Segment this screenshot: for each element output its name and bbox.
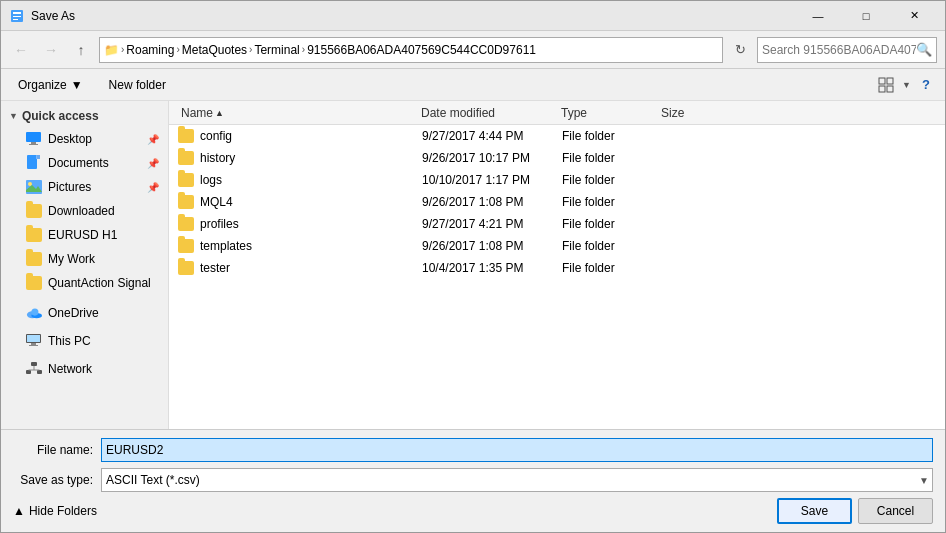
help-button[interactable]: ? bbox=[915, 74, 937, 96]
sidebar-item-documents[interactable]: Documents 📌 bbox=[1, 151, 168, 175]
file-date: 9/26/2017 1:08 PM bbox=[418, 239, 558, 253]
view-icon bbox=[878, 77, 894, 93]
back-button[interactable]: ← bbox=[9, 38, 33, 62]
documents-icon bbox=[26, 155, 42, 171]
search-icon: 🔍 bbox=[916, 42, 932, 57]
svg-point-18 bbox=[31, 309, 38, 316]
folder-icon bbox=[178, 129, 194, 143]
file-date: 9/27/2017 4:44 PM bbox=[418, 129, 558, 143]
col-header-size[interactable]: Size bbox=[657, 106, 737, 120]
folder-icon bbox=[178, 195, 194, 209]
quick-access-header[interactable]: ▼ Quick access bbox=[1, 105, 168, 127]
hide-folders-label: Hide Folders bbox=[29, 504, 97, 518]
file-name: profiles bbox=[200, 217, 239, 231]
downloaded-label: Downloaded bbox=[48, 204, 115, 218]
chevron-down-icon: ▼ bbox=[9, 111, 18, 121]
sidebar-item-pictures[interactable]: Pictures 📌 bbox=[1, 175, 168, 199]
file-type: File folder bbox=[558, 151, 658, 165]
network-icon bbox=[26, 361, 42, 377]
savetype-wrapper: ASCII Text (*.csv) ▼ bbox=[101, 468, 933, 492]
filename-input[interactable] bbox=[101, 438, 933, 462]
window-controls: — □ ✕ bbox=[795, 2, 937, 30]
title-bar: Save As — □ ✕ bbox=[1, 1, 945, 31]
folder-icon bbox=[178, 151, 194, 165]
svg-rect-4 bbox=[879, 78, 885, 84]
file-type: File folder bbox=[558, 217, 658, 231]
folder-icon bbox=[178, 239, 194, 253]
pin-icon-pics: 📌 bbox=[147, 182, 159, 193]
forward-button[interactable]: → bbox=[39, 38, 63, 62]
onedrive-icon bbox=[26, 305, 42, 321]
svg-rect-25 bbox=[37, 370, 42, 374]
file-list-area: Name ▲ Date modified Type Size bbox=[169, 101, 945, 429]
svg-rect-20 bbox=[27, 335, 40, 342]
pin-icon-docs: 📌 bbox=[147, 158, 159, 169]
sidebar-item-downloaded[interactable]: Downloaded bbox=[1, 199, 168, 223]
svg-rect-9 bbox=[31, 142, 36, 144]
up-button[interactable]: ↑ bbox=[69, 38, 93, 62]
search-input[interactable] bbox=[762, 43, 916, 57]
file-date: 9/26/2017 1:08 PM bbox=[418, 195, 558, 209]
onedrive-label: OneDrive bbox=[48, 306, 99, 320]
col-header-date[interactable]: Date modified bbox=[417, 106, 557, 120]
minimize-button[interactable]: — bbox=[795, 2, 841, 30]
organize-button[interactable]: Organize ▼ bbox=[9, 73, 92, 97]
file-row-profiles[interactable]: profiles 9/27/2017 4:21 PM File folder bbox=[169, 213, 945, 235]
breadcrumb-roaming: Roaming bbox=[126, 43, 174, 57]
dialog-icon bbox=[9, 8, 25, 24]
view-button[interactable] bbox=[874, 73, 898, 97]
folder-icon bbox=[178, 217, 194, 231]
address-bar[interactable]: 📁 › Roaming › MetaQuotes › Terminal › 91… bbox=[99, 37, 723, 63]
svg-rect-12 bbox=[37, 155, 40, 159]
svg-rect-2 bbox=[13, 16, 21, 17]
sidebar-item-network[interactable]: Network bbox=[1, 357, 168, 381]
file-row-mql4[interactable]: MQL4 9/26/2017 1:08 PM File folder bbox=[169, 191, 945, 213]
sidebar-item-desktop[interactable]: Desktop 📌 bbox=[1, 127, 168, 151]
sidebar-item-mywork[interactable]: My Work bbox=[1, 247, 168, 271]
file-row-tester[interactable]: tester 10/4/2017 1:35 PM File folder bbox=[169, 257, 945, 279]
sidebar-item-onedrive[interactable]: OneDrive bbox=[1, 301, 168, 325]
file-name: templates bbox=[200, 239, 252, 253]
svg-rect-1 bbox=[13, 12, 21, 14]
pictures-label: Pictures bbox=[48, 180, 91, 194]
folder-icon bbox=[178, 173, 194, 187]
sidebar-item-eurusd[interactable]: EURUSD H1 bbox=[1, 223, 168, 247]
hide-folders-button[interactable]: ▲ Hide Folders bbox=[13, 504, 97, 518]
file-type: File folder bbox=[558, 173, 658, 187]
desktop-icon bbox=[26, 131, 42, 147]
desktop-label: Desktop bbox=[48, 132, 92, 146]
thispc-icon bbox=[26, 333, 42, 349]
file-name: config bbox=[200, 129, 232, 143]
savetype-select[interactable]: ASCII Text (*.csv) bbox=[101, 468, 933, 492]
cancel-button[interactable]: Cancel bbox=[858, 498, 933, 524]
col-header-name[interactable]: Name ▲ bbox=[177, 106, 417, 120]
sidebar-item-quantaction[interactable]: QuantAction Signal bbox=[1, 271, 168, 295]
svg-rect-6 bbox=[879, 86, 885, 92]
file-row-history[interactable]: history 9/26/2017 10:17 PM File folder bbox=[169, 147, 945, 169]
search-box[interactable]: 🔍 bbox=[757, 37, 937, 63]
file-row-config[interactable]: config 9/27/2017 4:44 PM File folder bbox=[169, 125, 945, 147]
col-header-type[interactable]: Type bbox=[557, 106, 657, 120]
pin-icon: 📌 bbox=[147, 134, 159, 145]
eurusd-label: EURUSD H1 bbox=[48, 228, 117, 242]
file-row-templates[interactable]: templates 9/26/2017 1:08 PM File folder bbox=[169, 235, 945, 257]
quantaction-folder-icon bbox=[26, 275, 42, 291]
view-dropdown-arrow: ▼ bbox=[902, 80, 911, 90]
svg-rect-3 bbox=[13, 19, 18, 20]
file-type: File folder bbox=[558, 261, 658, 275]
file-name: tester bbox=[200, 261, 230, 275]
savetype-label: Save as type: bbox=[13, 473, 93, 487]
address-toolbar: ← → ↑ 📁 › Roaming › MetaQuotes › Termina… bbox=[1, 31, 945, 69]
svg-rect-21 bbox=[31, 343, 36, 345]
quantaction-label: QuantAction Signal bbox=[48, 276, 151, 290]
svg-rect-24 bbox=[26, 370, 31, 374]
maximize-button[interactable]: □ bbox=[843, 2, 889, 30]
breadcrumb-segment: 📁 bbox=[104, 43, 119, 57]
new-folder-button[interactable]: New folder bbox=[100, 73, 175, 97]
savetype-row: Save as type: ASCII Text (*.csv) ▼ bbox=[13, 468, 933, 492]
file-row-logs[interactable]: logs 10/10/2017 1:17 PM File folder bbox=[169, 169, 945, 191]
sidebar-item-thispc[interactable]: This PC bbox=[1, 329, 168, 353]
close-button[interactable]: ✕ bbox=[891, 2, 937, 30]
refresh-button[interactable]: ↻ bbox=[729, 39, 751, 61]
save-button[interactable]: Save bbox=[777, 498, 852, 524]
